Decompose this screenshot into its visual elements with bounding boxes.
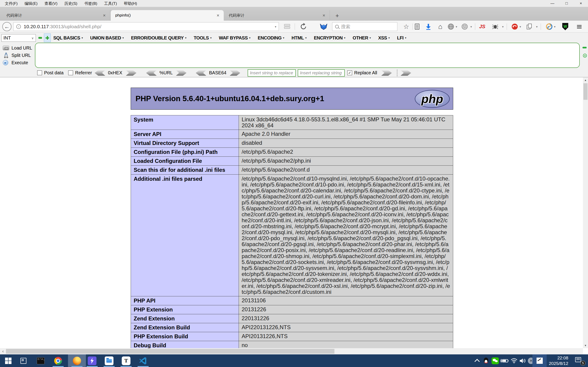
split-url-button[interactable]: Split URL bbox=[0, 52, 35, 59]
reload-icon[interactable] bbox=[299, 23, 308, 31]
bug-icon[interactable] bbox=[492, 23, 498, 31]
back-icon[interactable]: ← bbox=[2, 22, 11, 31]
menu-view[interactable]: 查看(V) bbox=[41, 0, 61, 7]
proxy-swirl-icon[interactable] bbox=[546, 23, 553, 31]
hackbar-fox-icon[interactable] bbox=[320, 23, 328, 30]
taskbar-chrome[interactable] bbox=[52, 354, 64, 367]
wifi-tray-icon[interactable] bbox=[510, 354, 519, 367]
tab-code-audit-2[interactable]: 代码审计 × bbox=[224, 10, 330, 21]
minimize-button[interactable]: — bbox=[545, 0, 560, 7]
chevron-down-icon[interactable]: ▾ bbox=[519, 23, 521, 31]
hackbar-collapse-icon[interactable] bbox=[38, 37, 42, 39]
extra-action-button[interactable] bbox=[401, 70, 411, 76]
menu-xss[interactable]: XSS▾ bbox=[378, 35, 389, 41]
menu-tools[interactable]: 工具(T) bbox=[101, 0, 120, 7]
hackbar-side-collapse-icon[interactable] bbox=[582, 47, 587, 48]
screenshot-icon[interactable] bbox=[284, 24, 290, 29]
chevron-down-icon[interactable]: ▾ bbox=[502, 23, 504, 31]
taskbar-files-app[interactable] bbox=[103, 354, 115, 367]
globe-icon[interactable] bbox=[447, 23, 454, 31]
close-button[interactable]: × bbox=[574, 0, 588, 7]
menu-waf-bypass[interactable]: WAF BYPASS▾ bbox=[219, 35, 250, 41]
hackbar-side-add-icon[interactable]: + bbox=[583, 54, 587, 58]
replace-from-input[interactable] bbox=[248, 69, 296, 77]
tab-close-icon[interactable]: × bbox=[215, 13, 221, 18]
url-encode-button[interactable] bbox=[176, 70, 187, 76]
horizontal-scrollbar[interactable]: ‹ bbox=[0, 348, 583, 354]
post-data-checkbox[interactable] bbox=[37, 70, 42, 75]
qq-tray-icon[interactable] bbox=[482, 354, 490, 367]
scroll-down-icon[interactable]: ▼ bbox=[583, 343, 588, 348]
menu-encryption[interactable]: ENCRYPTION▾ bbox=[314, 35, 345, 41]
start-button[interactable] bbox=[3, 354, 13, 367]
horizontal-scrollbar-thumb[interactable] bbox=[6, 349, 334, 354]
volume-tray-icon[interactable] bbox=[518, 354, 527, 367]
execute-button[interactable]: ▶ Execute bbox=[0, 59, 35, 66]
tab-phpinfo[interactable]: phpinfo() × bbox=[111, 10, 224, 21]
downloads-icon[interactable] bbox=[425, 23, 431, 31]
menu-file[interactable]: 文件(F) bbox=[1, 0, 21, 7]
replace-to-input[interactable] bbox=[298, 69, 345, 77]
tab-close-icon[interactable]: × bbox=[320, 13, 327, 18]
scroll-left-icon[interactable]: ‹ bbox=[0, 348, 6, 354]
proxy-red-icon[interactable] bbox=[511, 23, 518, 31]
taskbar-terminal[interactable]: C:\>_ bbox=[35, 354, 46, 367]
tab-code-audit-1[interactable]: 代码审计 × bbox=[2, 10, 110, 21]
taskbar-firefox-active[interactable] bbox=[68, 354, 86, 367]
battery-tray-icon[interactable] bbox=[500, 354, 510, 367]
menu-help[interactable]: 帮助(H) bbox=[120, 0, 141, 7]
task-view-button[interactable] bbox=[18, 354, 28, 367]
search-input[interactable]: 搜索 bbox=[332, 22, 397, 31]
wechat-tray-icon[interactable] bbox=[491, 354, 500, 367]
menu-error-double-query[interactable]: ERROR/DOUBLE QUERY▾ bbox=[131, 35, 186, 41]
taskbar-vscode[interactable] bbox=[137, 354, 149, 367]
tray-expand-icon[interactable] bbox=[474, 354, 482, 367]
menu-sql-basics[interactable]: SQL BASICS▾ bbox=[53, 35, 83, 41]
url-dropdown-icon[interactable]: ▾ bbox=[275, 25, 276, 28]
taskbar-lightning-app[interactable] bbox=[86, 354, 98, 367]
input-method-icon[interactable] bbox=[532, 354, 547, 367]
base64-decode-button[interactable] bbox=[196, 70, 206, 76]
hex-decode-button[interactable] bbox=[95, 70, 105, 76]
hex-encode-button[interactable] bbox=[126, 70, 137, 76]
site-info-icon[interactable]: i bbox=[16, 24, 21, 29]
new-tab-button[interactable]: + bbox=[333, 12, 342, 19]
url-decode-button[interactable] bbox=[146, 70, 157, 76]
menu-other[interactable]: OTHER▾ bbox=[353, 35, 371, 41]
shield-icon[interactable]: W bbox=[562, 23, 568, 31]
menu-encoding[interactable]: ENCODING▾ bbox=[258, 35, 284, 41]
replace-apply-button[interactable] bbox=[381, 70, 392, 76]
menu-union-based[interactable]: UNION BASED▾ bbox=[90, 35, 124, 41]
javascript-toggle-icon[interactable]: JS bbox=[479, 23, 485, 31]
chevron-down-icon[interactable]: ▾ bbox=[470, 23, 472, 31]
url-bar[interactable]: i 10.20.0.117:30013/upload/shell.php/ ▾ bbox=[13, 22, 279, 31]
replace-all-checkbox[interactable]: ✓ bbox=[347, 70, 352, 75]
menu-tools[interactable]: TOOLS▾ bbox=[194, 35, 212, 41]
menu-hamburger-icon[interactable] bbox=[577, 23, 582, 31]
menu-lfi[interactable]: LFI▾ bbox=[397, 35, 406, 41]
load-url-button[interactable]: Load URL bbox=[0, 44, 35, 51]
vertical-scrollbar-thumb[interactable] bbox=[583, 83, 588, 100]
referrer-checkbox[interactable] bbox=[68, 70, 73, 75]
cookie-icon[interactable] bbox=[461, 23, 468, 31]
menu-bookmarks[interactable]: 书签(B) bbox=[81, 0, 101, 7]
copy-page-icon[interactable] bbox=[526, 23, 532, 31]
maximize-button[interactable]: □ bbox=[560, 0, 574, 7]
vertical-scrollbar[interactable]: ▲ ▼ bbox=[583, 77, 588, 348]
tab-close-icon[interactable]: × bbox=[101, 13, 108, 18]
taskbar-typora[interactable]: T bbox=[120, 354, 132, 367]
menu-html[interactable]: HTML▾ bbox=[292, 35, 306, 41]
home-icon[interactable]: ⌂ bbox=[438, 23, 442, 31]
scroll-up-icon[interactable]: ▲ bbox=[583, 77, 588, 83]
taskbar-clock[interactable]: 22:08 2025/8/12 bbox=[546, 354, 568, 367]
menu-history[interactable]: 历史(S) bbox=[61, 0, 81, 7]
chevron-down-icon[interactable]: ▾ bbox=[536, 23, 538, 31]
chevron-down-icon[interactable]: ▾ bbox=[554, 23, 556, 31]
notification-center-button[interactable]: 5 bbox=[573, 354, 586, 367]
menu-edit[interactable]: 编辑(E) bbox=[21, 0, 41, 7]
chevron-down-icon[interactable]: ▾ bbox=[456, 23, 457, 31]
base64-encode-button[interactable] bbox=[230, 70, 240, 76]
bookmark-star-icon[interactable]: ☆ bbox=[403, 23, 409, 31]
library-icon[interactable] bbox=[415, 23, 419, 31]
hackbar-add-icon[interactable] bbox=[44, 33, 51, 42]
